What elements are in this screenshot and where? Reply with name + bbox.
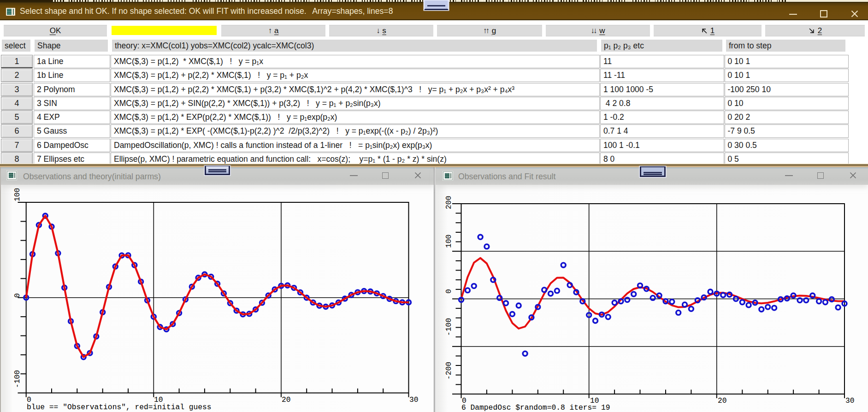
svg-text:30: 30 [409, 395, 419, 404]
svg-text:100: 100 [13, 188, 22, 201]
svg-text:20: 20 [718, 396, 727, 405]
svg-text:0: 0 [13, 293, 22, 298]
svg-text:blue == "Observations", red=in: blue == "Observations", red=initial gues… [27, 403, 212, 412]
svg-text:6 DampedOsc $random=0.8 iters=: 6 DampedOsc $random=0.8 iters= 19 [461, 403, 610, 412]
svg-text:200: 200 [444, 196, 453, 209]
svg-text:0: 0 [444, 289, 453, 294]
svg-text:20: 20 [282, 395, 291, 404]
svg-text:-100: -100 [444, 318, 453, 336]
svg-text:30: 30 [845, 396, 855, 405]
svg-text:-200: -200 [444, 362, 453, 380]
svg-text:-100: -100 [13, 370, 22, 388]
svg-text:100: 100 [444, 235, 453, 248]
